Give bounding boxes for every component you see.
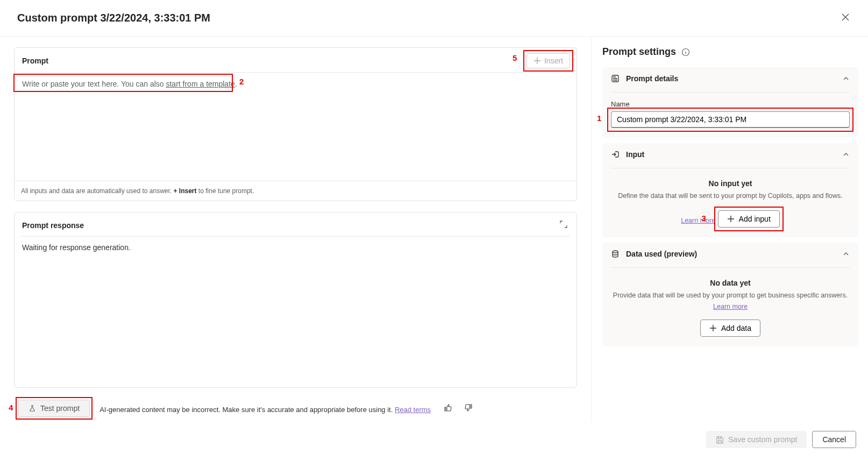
prompt-panel: Prompt Insert 5 Write or paste your text… — [14, 47, 577, 201]
thumbs-down-button[interactable] — [463, 402, 474, 415]
svg-point-2 — [613, 251, 618, 253]
read-terms-link[interactable]: Read terms — [395, 406, 431, 414]
section-prompt-details: Prompt details Name 1 — [602, 67, 858, 138]
thumbs-down-icon — [464, 403, 473, 412]
section-header-data[interactable]: Data used (preview) — [602, 243, 858, 265]
section-data-used: Data used (preview) No data yet Provide … — [602, 243, 858, 346]
section-header-input[interactable]: Input — [602, 143, 858, 166]
info-icon[interactable] — [681, 48, 690, 56]
save-icon — [716, 436, 724, 444]
chevron-up-icon — [842, 75, 850, 82]
annotation-1: 1 — [597, 114, 601, 123]
settings-sidebar: Prompt settings Prompt details Name — [591, 37, 868, 422]
save-button[interactable]: Save custom prompt — [706, 431, 807, 448]
form-icon — [611, 74, 620, 83]
section-input: Input No input yet Define the data that … — [602, 143, 858, 237]
add-input-button[interactable]: Add input — [718, 210, 780, 228]
plus-icon — [727, 215, 735, 223]
input-empty-title: No input yet — [611, 179, 850, 188]
flask-icon — [29, 405, 36, 412]
test-prompt-label: Test prompt — [40, 404, 80, 413]
expand-button[interactable] — [557, 218, 570, 232]
prompt-editor[interactable]: Write or paste your text here. You can a… — [15, 73, 577, 181]
plus-icon — [533, 57, 541, 65]
thumbs-up-icon — [444, 403, 452, 412]
prompt-panel-title: Prompt — [22, 56, 48, 65]
expand-icon — [559, 220, 568, 229]
response-panel: Prompt response Waiting for response gen… — [14, 212, 577, 388]
section-header-details[interactable]: Prompt details — [602, 67, 858, 90]
close-button[interactable] — [838, 10, 853, 26]
chevron-up-icon — [842, 250, 850, 258]
data-empty-desc: Provide data that will be used by your p… — [611, 292, 850, 299]
response-panel-title: Prompt response — [22, 221, 84, 230]
input-empty-desc: Define the data that will be sent to you… — [611, 192, 850, 200]
plus-icon — [709, 324, 717, 332]
dialog-title: Custom prompt 3/22/2024, 3:33:01 PM — [17, 12, 210, 24]
insert-button[interactable]: Insert — [527, 53, 570, 68]
annotation-2: 2 — [239, 77, 244, 86]
thumbs-up-button[interactable] — [443, 402, 453, 415]
data-learn-more-link[interactable]: Learn more — [713, 303, 748, 310]
close-icon — [841, 13, 850, 22]
prompt-placeholder-suffix: . — [235, 80, 237, 88]
sidebar-title: Prompt settings — [602, 46, 676, 58]
input-icon — [611, 150, 620, 159]
cancel-button[interactable]: Cancel — [812, 431, 856, 448]
start-from-template-link[interactable]: start from a template — [166, 80, 234, 88]
input-learn-more-link[interactable]: Learn more — [681, 217, 715, 224]
database-icon — [611, 250, 620, 258]
add-data-button[interactable]: Add data — [700, 320, 760, 337]
annotation-4: 4 — [9, 403, 13, 412]
data-empty-title: No data yet — [611, 279, 850, 287]
name-input[interactable] — [611, 111, 850, 128]
insert-label: Insert — [544, 56, 563, 65]
ai-disclaimer: AI-generated content may be incorrect. M… — [99, 402, 474, 415]
response-body: Waiting for response generation. — [15, 237, 577, 387]
chevron-up-icon — [842, 151, 850, 158]
annotation-5: 5 — [513, 53, 517, 62]
prompt-placeholder-prefix: Write or paste your text here. You can a… — [22, 80, 166, 88]
test-prompt-button[interactable]: Test prompt — [18, 400, 90, 417]
prompt-hint: All inputs and data are automatically us… — [15, 181, 577, 201]
name-field-label: Name — [611, 100, 850, 108]
